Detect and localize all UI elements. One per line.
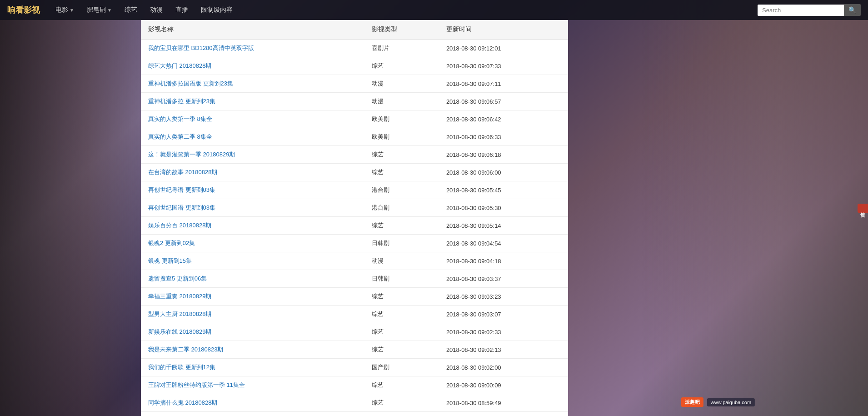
cell-updated: 2018-08-30 09:06:33 (439, 128, 568, 146)
cell-type: 动漫 (364, 252, 439, 270)
table-row: 我的宝贝在哪里 BD1280高清中英双字版喜剧片2018-08-30 09:12… (141, 40, 568, 57)
cell-name[interactable]: 银魂 更新到15集 (141, 252, 364, 270)
table-row: 银魂 更新到15集动漫2018-08-30 09:04:18 (141, 252, 568, 270)
cell-type: 综艺 (364, 341, 439, 359)
col-header-name: 影视名称 (141, 20, 364, 40)
search-button[interactable]: 🔍 (844, 4, 861, 16)
chevron-down-icon: ▼ (70, 8, 74, 13)
cell-updated: 2018-08-30 09:05:14 (439, 217, 568, 235)
cell-name[interactable]: 再创世纪粤语 更新到03集 (141, 181, 364, 199)
cell-updated: 2018-08-30 09:03:37 (439, 270, 568, 288)
cell-updated: 2018-08-30 09:12:01 (439, 40, 568, 57)
search-input[interactable] (758, 5, 844, 16)
bg-tree-right (641, 0, 868, 416)
table-header: 影视名称 影视类型 更新时间 (141, 20, 568, 40)
main-content: 影视名称 影视类型 更新时间 我的宝贝在哪里 BD1280高清中英双字版喜剧片2… (141, 20, 568, 416)
table-row: 新娱乐在线 20180829期综艺2018-08-30 09:02:33 (141, 323, 568, 341)
cell-name[interactable]: 王牌对王牌粉丝特约版第一季 11集全 (141, 376, 364, 394)
cell-type: 综艺 (364, 306, 439, 323)
cell-name[interactable]: 重神机潘多拉 更新到23集 (141, 93, 364, 110)
table-row: 真实的人类第一季 8集全欧美剧2018-08-30 09:06:42 (141, 110, 568, 128)
feedback-tab[interactable]: 反馈 (858, 204, 868, 213)
cell-type: 综艺 (364, 376, 439, 394)
table-row: 台湾第一 20180828期综艺2018-08-30 08:59:20 (141, 412, 568, 416)
nav-link-live[interactable]: 直播 (171, 3, 193, 17)
cell-updated: 2018-08-30 09:06:18 (439, 146, 568, 164)
cell-name[interactable]: 型男大主厨 20180828期 (141, 306, 364, 323)
nav-link-soap[interactable]: 肥皂剧 ▼ (82, 3, 116, 17)
cell-name[interactable]: 新娱乐在线 20180829期 (141, 323, 364, 341)
search-form: 🔍 (758, 4, 861, 16)
cell-updated: 2018-08-30 08:59:20 (439, 412, 568, 416)
cell-updated: 2018-08-30 09:02:33 (439, 323, 568, 341)
nav-item-live[interactable]: 直播 (171, 3, 193, 17)
cell-type: 综艺 (364, 164, 439, 181)
cell-name[interactable]: 真实的人类第二季 8集全 (141, 128, 364, 146)
nav-item-movie[interactable]: 电影 ▼ (51, 3, 79, 17)
nav-item-restricted[interactable]: 限制级内容 (196, 3, 237, 17)
cell-updated: 2018-08-30 09:06:42 (439, 110, 568, 128)
cell-updated: 2018-08-30 09:07:33 (439, 57, 568, 75)
cell-name[interactable]: 我是未来第二季 20180823期 (141, 341, 364, 359)
cell-name[interactable]: 在台湾的故事 20180828期 (141, 164, 364, 181)
col-header-type: 影视类型 (364, 20, 439, 40)
content-table: 影视名称 影视类型 更新时间 我的宝贝在哪里 BD1280高清中英双字版喜剧片2… (141, 20, 568, 416)
table-row: 重神机潘多拉 更新到23集动漫2018-08-30 09:06:57 (141, 93, 568, 110)
cell-name[interactable]: 遗留搜查5 更新到06集 (141, 270, 364, 288)
cell-type: 综艺 (364, 217, 439, 235)
nav-link-movie[interactable]: 电影 ▼ (51, 3, 79, 17)
navbar: 响看影视 电影 ▼ 肥皂剧 ▼ 综艺 动漫 直播 限制级内容 (0, 0, 868, 20)
table-row: 在台湾的故事 20180828期综艺2018-08-30 09:06:00 (141, 164, 568, 181)
nav-link-anime[interactable]: 动漫 (145, 3, 167, 17)
cell-updated: 2018-08-30 09:04:54 (439, 235, 568, 252)
cell-name[interactable]: 综艺大热门 20180828期 (141, 57, 364, 75)
table-row: 银魂2 更新到02集日韩剧2018-08-30 09:04:54 (141, 235, 568, 252)
cell-type: 喜剧片 (364, 40, 439, 57)
cell-name[interactable]: 银魂2 更新到02集 (141, 235, 364, 252)
cell-type: 综艺 (364, 57, 439, 75)
cell-type: 动漫 (364, 75, 439, 93)
cell-name[interactable]: 娱乐百分百 20180828期 (141, 217, 364, 235)
table-row: 我们的千阙歌 更新到12集国产剧2018-08-30 09:02:00 (141, 359, 568, 376)
chevron-down-icon: ▼ (107, 8, 112, 13)
table-row: 型男大主厨 20180828期综艺2018-08-30 09:03:07 (141, 306, 568, 323)
cell-type: 国产剧 (364, 359, 439, 376)
cell-type: 综艺 (364, 412, 439, 416)
cell-type: 日韩剧 (364, 270, 439, 288)
cell-updated: 2018-08-30 09:06:00 (439, 164, 568, 181)
table-row: 这！就是灌篮第一季 20180829期综艺2018-08-30 09:06:18 (141, 146, 568, 164)
cell-type: 动漫 (364, 93, 439, 110)
cell-name[interactable]: 我们的千阙歌 更新到12集 (141, 359, 364, 376)
nav-item-anime[interactable]: 动漫 (145, 3, 167, 17)
cell-name[interactable]: 幸福三重奏 20180829期 (141, 288, 364, 306)
cell-name[interactable]: 真实的人类第一季 8集全 (141, 110, 364, 128)
table-row: 再创世纪国语 更新到03集港台剧2018-08-30 09:05:30 (141, 199, 568, 217)
cell-name[interactable]: 台湾第一 20180828期 (141, 412, 364, 416)
table-row: 娱乐百分百 20180828期综艺2018-08-30 09:05:14 (141, 217, 568, 235)
table-row: 真实的人类第二季 8集全欧美剧2018-08-30 09:06:33 (141, 128, 568, 146)
cell-type: 港台剧 (364, 199, 439, 217)
cell-type: 欧美剧 (364, 110, 439, 128)
table-row: 我是未来第二季 20180823期综艺2018-08-30 09:02:13 (141, 341, 568, 359)
cell-updated: 2018-08-30 09:02:13 (439, 341, 568, 359)
col-header-updated: 更新时间 (439, 20, 568, 40)
nav-item-soap[interactable]: 肥皂剧 ▼ (82, 3, 116, 17)
table-row: 重神机潘多拉国语版 更新到23集动漫2018-08-30 09:07:11 (141, 75, 568, 93)
cell-type: 综艺 (364, 288, 439, 306)
cell-name[interactable]: 同学摘什么鬼 20180828期 (141, 394, 364, 412)
nav-link-restricted[interactable]: 限制级内容 (196, 3, 237, 17)
table-row: 同学摘什么鬼 20180828期综艺2018-08-30 08:59:49 (141, 394, 568, 412)
cell-name[interactable]: 重神机潘多拉国语版 更新到23集 (141, 75, 364, 93)
nav-item-variety[interactable]: 综艺 (120, 3, 142, 17)
nav-link-variety[interactable]: 综艺 (120, 3, 142, 17)
site-brand[interactable]: 响看影视 (7, 5, 40, 15)
table-body: 我的宝贝在哪里 BD1280高清中英双字版喜剧片2018-08-30 09:12… (141, 40, 568, 416)
cell-type: 综艺 (364, 323, 439, 341)
cell-name[interactable]: 这！就是灌篮第一季 20180829期 (141, 146, 364, 164)
search-icon: 🔍 (848, 6, 856, 14)
cell-name[interactable]: 我的宝贝在哪里 BD1280高清中英双字版 (141, 40, 364, 57)
cell-updated: 2018-08-30 09:05:45 (439, 181, 568, 199)
cell-type: 日韩剧 (364, 235, 439, 252)
table-row: 王牌对王牌粉丝特约版第一季 11集全综艺2018-08-30 09:00:09 (141, 376, 568, 394)
cell-name[interactable]: 再创世纪国语 更新到03集 (141, 199, 364, 217)
